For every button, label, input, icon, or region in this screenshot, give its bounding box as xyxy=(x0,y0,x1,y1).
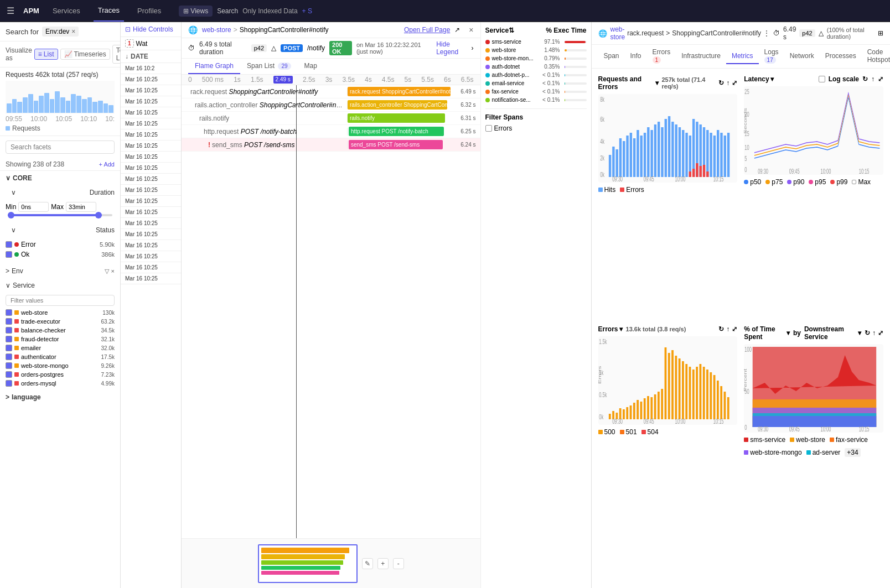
search-facets-input[interactable] xyxy=(6,141,115,154)
span-tab-processes[interactable]: Processes xyxy=(820,49,862,64)
time-spent-share-icon[interactable]: ↑ xyxy=(872,329,876,337)
trace-list-item[interactable]: Mar 16 10:25 xyxy=(121,207,181,218)
span-tab-info[interactable]: Info xyxy=(625,49,647,64)
trace-list-item[interactable]: Mar 16 10:25 xyxy=(121,251,181,262)
add-search-btn[interactable]: + S xyxy=(302,7,312,15)
top-list-view-btn[interactable]: Top L xyxy=(112,45,121,64)
max-checkbox[interactable] xyxy=(852,180,856,184)
latency-share-icon[interactable]: ↑ xyxy=(871,75,875,83)
span-tab-logs[interactable]: Logs 17 xyxy=(759,45,784,68)
hide-controls-btn[interactable]: ⊡ Hide Controls xyxy=(121,22,181,37)
env-badge-close[interactable]: × xyxy=(71,28,75,35)
expand-icon[interactable]: ⊞ xyxy=(878,29,883,37)
service-checkbox[interactable] xyxy=(6,380,12,387)
minimap-zoom-out-btn[interactable]: - xyxy=(393,558,404,569)
latency-refresh-icon[interactable]: ↻ xyxy=(862,75,868,83)
tab-flame-graph[interactable]: Flame Graph xyxy=(188,59,240,74)
tab-map[interactable]: Map xyxy=(298,59,324,74)
time-spent-dropdown[interactable]: % of Time Spent ▾ xyxy=(744,325,790,341)
duration-slider-right[interactable] xyxy=(95,212,102,218)
service-checkbox[interactable] xyxy=(6,309,12,316)
trace-list-item[interactable]: Mar 16 10:25 xyxy=(121,85,181,96)
trace-list-item[interactable]: Mar 16 10:25 xyxy=(121,196,181,207)
trace-list-item[interactable]: Mar 16 10:25 xyxy=(121,141,181,152)
duration-slider-left[interactable] xyxy=(8,212,14,218)
service-checkbox[interactable] xyxy=(6,371,12,378)
hide-legend-btn[interactable]: Hide Legend xyxy=(436,40,467,56)
trace-list-item[interactable]: Mar 16 10:25 xyxy=(121,273,181,284)
trace-list-item[interactable]: Mar 16 10:25 xyxy=(121,218,181,229)
trace-list-item[interactable]: Mar 16 10:25 xyxy=(121,74,181,85)
trace-list-item[interactable]: Mar 16 10:25 xyxy=(121,163,181,174)
service-checkbox[interactable] xyxy=(6,353,12,360)
service-checkbox[interactable] xyxy=(6,327,12,334)
views-btn[interactable]: ⊞ Views xyxy=(179,6,213,17)
share-icon[interactable]: ↑ xyxy=(726,79,729,87)
trace-list-item[interactable]: Mar 16 10:25 xyxy=(121,229,181,240)
breadcrumb-service[interactable]: web-store xyxy=(202,26,231,34)
errors-checkbox[interactable] xyxy=(485,125,492,132)
list-view-btn[interactable]: ≡ List xyxy=(34,49,58,60)
status-ok-checkbox[interactable] xyxy=(6,251,12,258)
status-header[interactable]: ∨ Status xyxy=(0,223,120,237)
tab-span-list[interactable]: Span List 29 xyxy=(240,59,298,74)
time-spent-expand-icon[interactable]: ⤢ xyxy=(878,329,883,337)
latency-dropdown[interactable]: Latency ▾ xyxy=(744,75,773,83)
trace-list-item[interactable]: Mar 16 10:25 xyxy=(121,240,181,251)
close-panel-btn[interactable]: × xyxy=(469,25,473,34)
duration-header[interactable]: ∨ Duration xyxy=(0,185,120,200)
span-tab-errors[interactable]: Errors 1 xyxy=(647,45,676,68)
trace-list-item[interactable]: Mar 16 10:25 xyxy=(121,185,181,196)
requests-errors-dropdown[interactable]: Requests and Errors ▾ xyxy=(598,75,659,91)
service-checkbox[interactable] xyxy=(6,336,12,342)
refresh-icon[interactable]: ↻ xyxy=(718,79,724,87)
add-facet-btn[interactable]: + Add xyxy=(99,161,115,168)
service-facet-header[interactable]: ∨ Service xyxy=(0,278,120,293)
filter-icon[interactable]: ▽ xyxy=(105,268,109,275)
trace-list-item[interactable]: Mar 16 10:25 xyxy=(121,174,181,185)
env-facet-header[interactable]: > Env ▽ × xyxy=(0,264,120,278)
minimap-edit-btn[interactable]: ✎ xyxy=(362,558,373,569)
expand-chart-icon[interactable]: ⤢ xyxy=(732,79,737,87)
service-checkbox[interactable] xyxy=(6,362,12,369)
span-tab-infrastructure[interactable]: Infrastructure xyxy=(676,49,726,64)
span-menu-icon[interactable]: ⋮ xyxy=(763,29,770,37)
language-header[interactable]: > language xyxy=(0,390,120,404)
service-checkbox[interactable] xyxy=(6,318,12,325)
flame-row-0[interactable]: rack.request ShoppingCartController#noti… xyxy=(182,85,480,98)
max-duration-input[interactable] xyxy=(66,202,96,212)
time-spent-refresh-icon[interactable]: ↻ xyxy=(865,329,870,337)
hamburger-icon[interactable]: ☰ xyxy=(7,6,14,16)
group-by-dropdown[interactable]: Downstream Service ▾ xyxy=(804,325,861,341)
span-service-link[interactable]: web-store xyxy=(610,25,625,41)
trace-list-item[interactable]: Mar 16 10:25 xyxy=(121,129,181,141)
trace-list-item[interactable]: Mar 16 10:25 xyxy=(121,152,181,163)
service-filter-input[interactable] xyxy=(6,295,115,306)
nav-services[interactable]: Services xyxy=(48,0,85,22)
errors-dropdown[interactable]: Errors ▾ xyxy=(598,325,623,333)
env-clear-icon[interactable]: × xyxy=(111,268,115,275)
flame-row-3[interactable]: http.request POST /notify-batch http.req… xyxy=(182,125,480,138)
trace-list-item[interactable]: Mar 16 10:25 xyxy=(121,107,181,118)
span-tab-network[interactable]: Network xyxy=(784,49,820,64)
min-duration-input[interactable] xyxy=(18,202,49,212)
env-badge[interactable]: Env:dev × xyxy=(42,27,79,37)
core-header[interactable]: ∨ CORE xyxy=(0,171,120,185)
nav-traces[interactable]: Traces xyxy=(94,0,124,22)
span-tab-code-hotspots[interactable]: Code Hotspots xyxy=(862,45,890,68)
errors-refresh-icon[interactable]: ↻ xyxy=(718,325,724,333)
errors-expand-icon[interactable]: ⤢ xyxy=(732,325,737,333)
sort-icon[interactable]: ↓ xyxy=(125,53,128,60)
span-tab-metrics[interactable]: Metrics xyxy=(726,49,759,64)
flame-row-4[interactable]: ! send_sms POST /send-sms send_sms POST … xyxy=(182,138,480,152)
minimap-zoom-in-btn[interactable]: + xyxy=(377,558,389,569)
status-error-checkbox[interactable] xyxy=(6,241,12,248)
span-tab-span[interactable]: Span xyxy=(598,49,625,64)
flame-row-1[interactable]: rails.action_controller ShoppingCartCont… xyxy=(182,98,480,112)
trace-list-item[interactable]: Mar 16 10:25 xyxy=(121,96,181,107)
errors-share-icon[interactable]: ↑ xyxy=(726,325,729,333)
latency-expand-icon[interactable]: ⤢ xyxy=(878,75,883,83)
service-checkbox[interactable] xyxy=(6,345,12,351)
sort-service-icon[interactable]: ⇅ xyxy=(509,27,514,34)
open-full-page-link[interactable]: Open Full Page xyxy=(404,26,450,34)
